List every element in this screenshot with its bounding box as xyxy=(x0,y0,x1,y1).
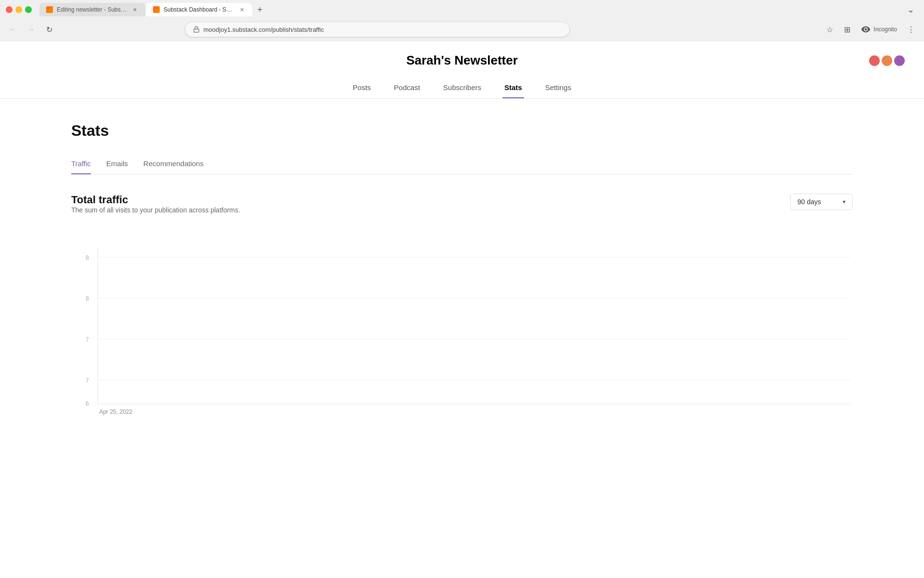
main-nav: Posts Podcast Subscribers Stats Settings xyxy=(351,78,573,98)
window-minimize-button[interactable] xyxy=(15,6,22,13)
window-close-button[interactable] xyxy=(6,6,13,13)
tab-favicon-2 xyxy=(153,6,160,13)
browser-more-button[interactable]: ⋮ xyxy=(904,22,918,37)
y-label-5: 6 xyxy=(86,400,89,407)
browser-toolbar: ☆ ⊞ Incognito ⋮ xyxy=(822,22,918,37)
avatar-cluster xyxy=(869,55,905,66)
nav-settings[interactable]: Settings xyxy=(543,78,573,98)
y-label-4: 7 xyxy=(86,377,89,384)
svg-rect-0 xyxy=(194,29,199,32)
tab-close-2[interactable]: × xyxy=(238,6,245,13)
tab-traffic[interactable]: Traffic xyxy=(71,156,91,174)
y-label-2: 8 xyxy=(86,295,89,302)
browser-tab-1[interactable]: Editing newsletter - Substack × xyxy=(39,3,145,16)
nav-podcast[interactable]: Podcast xyxy=(392,78,422,98)
address-bar: ← → ↻ moodjoy1.substack.com/publish/stat… xyxy=(0,19,924,41)
tab-label-2: Substack Dashboard - Sarah's xyxy=(164,6,234,13)
browser-chrome: Editing newsletter - Substack × Substack… xyxy=(0,0,924,41)
x-label-date: Apr 25, 2022 xyxy=(99,408,132,415)
site-header: Sarah's Newsletter Posts Podcast Subscri… xyxy=(0,41,924,99)
lock-icon xyxy=(193,26,200,33)
tab-close-1[interactable]: × xyxy=(131,6,139,13)
tab-label-1: Editing newsletter - Substack xyxy=(57,6,128,13)
browser-tabs: Editing newsletter - Substack × Substack… xyxy=(39,3,475,16)
browser-menu-button[interactable]: ⌄ xyxy=(907,4,914,15)
url-text: moodjoy1.substack.com/publish/stats/traf… xyxy=(204,26,324,33)
chevron-down-icon: ▾ xyxy=(843,198,846,205)
back-button[interactable]: ← xyxy=(6,23,19,36)
tabs-bar: Editing newsletter - Substack × Substack… xyxy=(0,0,924,19)
tab-favicon-1 xyxy=(46,6,53,13)
traffic-section-subtitle: The sum of all visits to your publicatio… xyxy=(71,206,240,214)
avatar-dot-2 xyxy=(882,55,892,66)
window-controls xyxy=(6,6,32,13)
traffic-section-header: Total traffic The sum of all visits to y… xyxy=(71,194,853,223)
incognito-badge: Incognito xyxy=(857,24,901,35)
avatar-dot-3 xyxy=(894,55,905,66)
avatar-dot-1 xyxy=(869,55,880,66)
refresh-button[interactable]: ↻ xyxy=(42,23,56,36)
traffic-section-title: Total traffic xyxy=(71,194,240,206)
y-label-3: 7 xyxy=(86,336,89,343)
site-title-row: Sarah's Newsletter xyxy=(0,53,924,78)
url-bar[interactable]: moodjoy1.substack.com/publish/stats/traf… xyxy=(185,22,570,37)
new-tab-button[interactable]: + xyxy=(253,3,267,16)
time-range-dropdown[interactable]: 90 days ▾ xyxy=(790,194,853,210)
y-label-1: 8 xyxy=(86,254,89,261)
bookmark-icon[interactable]: ☆ xyxy=(822,22,837,37)
incognito-label: Incognito xyxy=(873,26,897,33)
tab-emails[interactable]: Emails xyxy=(106,156,128,174)
nav-subscribers[interactable]: Subscribers xyxy=(441,78,483,98)
tab-recommendations[interactable]: Recommendations xyxy=(143,156,204,174)
nav-posts[interactable]: Posts xyxy=(351,78,373,98)
stats-tabs: Traffic Emails Recommendations xyxy=(71,155,853,174)
page-content: Sarah's Newsletter Posts Podcast Subscri… xyxy=(0,41,924,441)
site-title: Sarah's Newsletter xyxy=(406,53,518,68)
window-maximize-button[interactable] xyxy=(25,6,32,13)
main-content: Stats Traffic Emails Recommendations Tot… xyxy=(0,99,924,441)
browser-tab-2[interactable]: Substack Dashboard - Sarah's × xyxy=(146,3,252,16)
incognito-icon xyxy=(861,25,871,34)
traffic-section-left: Total traffic The sum of all visits to y… xyxy=(71,194,240,223)
traffic-chart-container: 8 8 7 7 6 Apr 25, 2022 xyxy=(71,233,853,418)
nav-stats[interactable]: Stats xyxy=(502,78,524,98)
dropdown-label: 90 days xyxy=(797,198,821,206)
traffic-chart: 8 8 7 7 6 Apr 25, 2022 xyxy=(71,233,853,416)
page-heading: Stats xyxy=(71,122,853,140)
forward-button[interactable]: → xyxy=(24,23,38,36)
extensions-icon[interactable]: ⊞ xyxy=(840,22,854,37)
